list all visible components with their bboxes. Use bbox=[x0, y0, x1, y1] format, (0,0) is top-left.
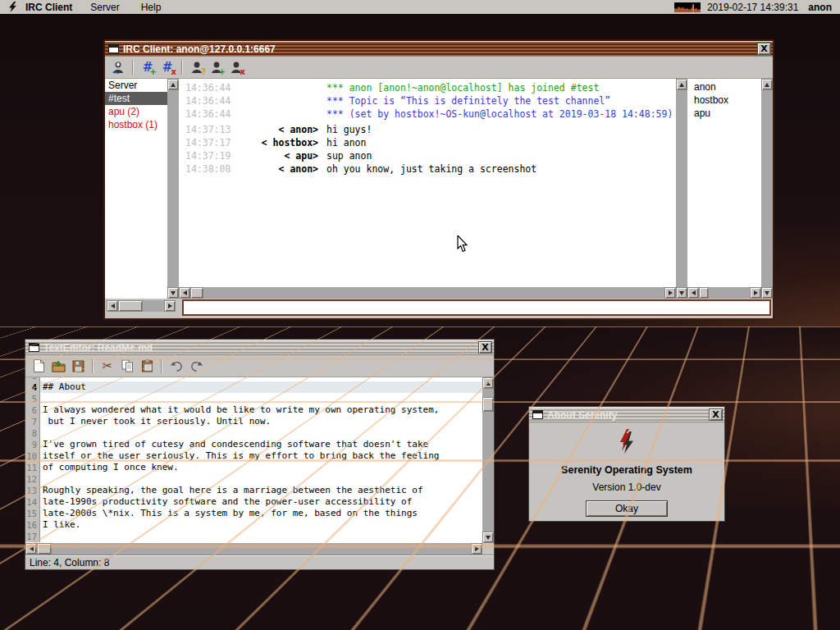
undo-icon[interactable] bbox=[167, 357, 186, 375]
chat-scroll-down-button[interactable] bbox=[676, 287, 687, 299]
close-button[interactable]: X bbox=[478, 341, 492, 354]
editor-line: 15 late-2000s \*nix. This is a system by… bbox=[25, 508, 482, 519]
nick-list-item[interactable]: hostbox bbox=[687, 94, 761, 107]
chat-scrollbar[interactable] bbox=[676, 79, 687, 287]
scroll-up-button[interactable] bbox=[482, 377, 494, 389]
chat-input[interactable] bbox=[182, 299, 771, 316]
scrollbar-thumb[interactable] bbox=[482, 397, 494, 412]
chat-message: 14:38:08 < anon> oh you know, just takin… bbox=[179, 160, 676, 173]
scroll-right-button[interactable] bbox=[664, 287, 676, 299]
scrollbar-thumb[interactable] bbox=[190, 287, 203, 299]
scroll-up-button[interactable] bbox=[676, 79, 687, 90]
irc-titlebar[interactable]: IRC Client: anon@127.0.0.1:6667 X bbox=[105, 41, 773, 57]
cpu-graph-icon[interactable] bbox=[674, 2, 701, 12]
menu-server[interactable]: Server bbox=[90, 2, 119, 13]
scroll-right-button[interactable] bbox=[750, 287, 761, 299]
redo-icon[interactable] bbox=[186, 357, 206, 375]
scroll-left-button[interactable] bbox=[687, 287, 699, 299]
line-number: 13 bbox=[25, 485, 40, 496]
close-query-icon[interactable]: x bbox=[226, 58, 246, 76]
line-number: 17 bbox=[25, 531, 40, 542]
chat-log: 14:36:44 *** anon [anon!~anon@localhost]… bbox=[179, 79, 676, 287]
chat-horizontal-scrollbar[interactable] bbox=[179, 287, 676, 299]
about-titlebar[interactable]: About Serenity X bbox=[529, 407, 724, 422]
chat-message: 14:36:44 *** anon [anon!~anon@localhost]… bbox=[179, 81, 676, 94]
paste-icon[interactable] bbox=[137, 357, 157, 375]
line-number: 12 bbox=[25, 473, 40, 485]
editor-line: 10 itself or the user seriously. This is… bbox=[25, 450, 482, 462]
line-text: I like. bbox=[40, 519, 482, 531]
scroll-up-button[interactable] bbox=[761, 79, 773, 90]
line-number: 9 bbox=[25, 439, 40, 450]
scroll-right-button[interactable] bbox=[164, 300, 176, 312]
editor-horizontal-scrollbar[interactable] bbox=[25, 543, 482, 555]
open-query-icon[interactable]: + bbox=[207, 58, 226, 76]
channel-list-scrollbar[interactable] bbox=[167, 79, 179, 287]
line-text bbox=[40, 473, 482, 485]
message-timestamp: 14:38:08 bbox=[179, 162, 233, 173]
nick-list-item[interactable]: apu bbox=[687, 107, 761, 120]
chat-message: 14:36:44 *** Topic is “This is definitel… bbox=[179, 94, 676, 107]
part-channel-icon[interactable]: # x bbox=[158, 58, 177, 76]
product-name: Serenity Operating System bbox=[561, 464, 692, 476]
line-number: 10 bbox=[25, 450, 40, 462]
app-menu[interactable]: IRC Client bbox=[25, 2, 72, 13]
chat-message: 14:36:44 *** (set by hostbox!~OS-kun@loc… bbox=[179, 107, 676, 121]
channel-list-item[interactable]: hostbox (1) bbox=[105, 118, 167, 131]
scroll-left-button[interactable] bbox=[179, 287, 190, 299]
line-number: 14 bbox=[25, 496, 40, 508]
about-serenity-dialog: About Serenity X Serenity Operating Syst… bbox=[528, 406, 725, 522]
nick-list-scrollbar[interactable] bbox=[761, 79, 773, 287]
scroll-left-button[interactable] bbox=[107, 300, 118, 312]
editor-viewport[interactable]: 3 4 ## About 5 6 I al bbox=[25, 377, 482, 543]
about-window-title: About Serenity bbox=[547, 409, 709, 421]
close-button[interactable]: X bbox=[709, 409, 723, 421]
scroll-down-button[interactable] bbox=[482, 532, 494, 543]
message-nick bbox=[233, 94, 318, 107]
channel-list-scroll-down-button[interactable] bbox=[167, 287, 179, 299]
scrollbar-thumb[interactable] bbox=[699, 287, 709, 299]
close-button[interactable]: X bbox=[757, 43, 771, 55]
join-channel-icon[interactable]: # + bbox=[138, 58, 158, 76]
user-online-icon[interactable] bbox=[108, 58, 128, 76]
channel-list-item[interactable]: Server bbox=[105, 79, 167, 92]
cut-icon[interactable]: ✂ bbox=[98, 357, 117, 375]
message-text: *** (set by hostbox!~OS-kun@localhost at… bbox=[318, 107, 673, 121]
whois-user-icon[interactable]: ? bbox=[187, 58, 207, 76]
editor-line: 6 I always wondered what it would be lik… bbox=[25, 404, 482, 416]
message-nick bbox=[233, 107, 318, 121]
editor-line: 5 bbox=[25, 393, 482, 404]
editor-vertical-scrollbar[interactable] bbox=[482, 377, 494, 543]
nick-list: anon hostbox apu bbox=[687, 79, 761, 287]
statusbar: Line: 4, Column: 8 bbox=[25, 555, 494, 569]
nick-horizontal-scrollbar[interactable] bbox=[687, 287, 761, 299]
new-document-icon[interactable] bbox=[29, 357, 48, 375]
texteditor-window-title: TextEditor: ReadMe.md bbox=[43, 342, 478, 354]
scrollbar-thumb[interactable] bbox=[118, 300, 143, 312]
message-text: oh you know, just taking a screenshot bbox=[318, 162, 536, 173]
menu-help[interactable]: Help bbox=[141, 2, 162, 13]
scroll-up-button[interactable] bbox=[167, 79, 179, 90]
current-user: anon bbox=[808, 2, 832, 13]
nick-scroll-down-button[interactable] bbox=[761, 287, 773, 299]
copy-icon[interactable] bbox=[117, 357, 137, 375]
channel-list-horizontal-scrollbar[interactable] bbox=[107, 300, 176, 312]
message-timestamp: 14:36:44 bbox=[179, 94, 233, 107]
line-number: 15 bbox=[25, 508, 40, 519]
scroll-left-button[interactable] bbox=[25, 543, 37, 555]
open-file-icon[interactable] bbox=[48, 357, 68, 375]
line-text: I've grown tired of cutesy and condescen… bbox=[40, 439, 482, 450]
scrollbar-thumb[interactable] bbox=[37, 543, 52, 555]
scroll-right-button[interactable] bbox=[471, 543, 482, 555]
okay-button[interactable]: Okay bbox=[586, 500, 668, 517]
nick-list-item[interactable]: anon bbox=[687, 80, 761, 94]
irc-client-window: IRC Client: anon@127.0.0.1:6667 X # + # … bbox=[103, 39, 774, 320]
message-timestamp: 14:36:44 bbox=[179, 107, 233, 121]
message-nick bbox=[233, 81, 318, 94]
save-file-icon[interactable] bbox=[68, 357, 88, 375]
channel-list-item[interactable]: apu (2) bbox=[105, 105, 167, 118]
clock[interactable]: 2019-02-17 14:39:31 bbox=[707, 2, 798, 13]
texteditor-titlebar[interactable]: TextEditor: ReadMe.md X bbox=[25, 340, 494, 355]
channel-list-item[interactable]: #test bbox=[105, 92, 167, 105]
serenity-bolt-icon[interactable] bbox=[8, 2, 17, 12]
